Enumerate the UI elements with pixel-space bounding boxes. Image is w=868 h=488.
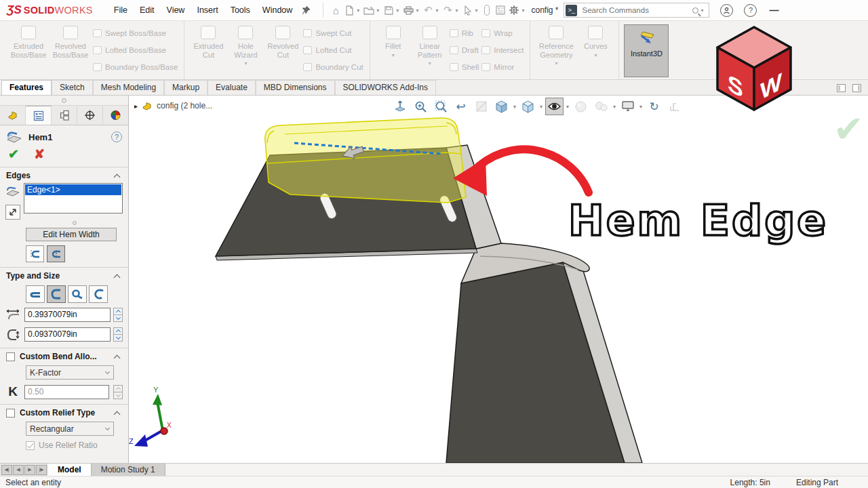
undo-dropdown-caret[interactable]: ▾ <box>435 7 438 14</box>
edge-list-box[interactable]: Edge<1> <box>24 183 123 214</box>
boundary-boss-base-button[interactable]: Boundary Boss/Base <box>93 60 178 75</box>
collapse-chevron-icon[interactable] <box>114 174 121 180</box>
collapse-pane-icon[interactable] <box>837 84 846 92</box>
apply-scene-button[interactable] <box>592 98 610 115</box>
custom-relief-checkbox[interactable] <box>6 409 15 418</box>
display-style-button[interactable] <box>519 98 537 115</box>
hem-preview-highlight[interactable] <box>265 118 466 203</box>
closed-hem-button[interactable] <box>26 285 45 303</box>
select-cursor-icon[interactable] <box>460 3 474 17</box>
spin-down-icon[interactable] <box>113 315 123 322</box>
rotate-view-button[interactable]: ↻ <box>645 98 663 115</box>
menu-window[interactable]: Window <box>256 3 298 18</box>
zoom-in-out-button[interactable] <box>431 98 450 115</box>
reference-geometry-caret[interactable]: ▾ <box>555 60 557 66</box>
save-icon[interactable] <box>382 3 395 17</box>
bend-outside-toggle[interactable] <box>47 245 65 262</box>
lofted-boss-base-button[interactable]: Lofted Boss/Base <box>93 43 178 58</box>
pin-menu-icon[interactable] <box>301 5 311 15</box>
open-dropdown-caret[interactable]: ▾ <box>376 7 379 14</box>
confirmation-corner-check-icon[interactable]: ✔ <box>833 108 864 150</box>
first-tab-button[interactable]: ◀| <box>1 465 12 475</box>
open-hem-button[interactable] <box>47 285 66 303</box>
menu-insert[interactable]: Insert <box>191 3 224 18</box>
home-icon[interactable]: ⌂ <box>329 3 342 17</box>
new-document-icon[interactable] <box>342 3 356 17</box>
revolved-cut-button[interactable]: Revolved Cut <box>264 24 302 59</box>
curves-button[interactable]: Curves▾ <box>577 24 614 58</box>
magnet-toggle-icon[interactable] <box>480 3 494 17</box>
hem-gap-input[interactable]: 0.09370079in <box>24 327 111 342</box>
relief-type-dropdown[interactable]: Rectangular <box>26 422 114 436</box>
feature-help-icon[interactable]: ? <box>111 131 122 142</box>
rolled-hem-button[interactable] <box>89 285 108 303</box>
section-view-button[interactable] <box>472 98 490 115</box>
view-orientation-caret[interactable]: ▾ <box>513 104 516 110</box>
ok-button[interactable]: ✔ <box>8 148 19 161</box>
motion-study-tab[interactable]: Motion Study 1 <box>92 464 165 476</box>
bend-method-dropdown[interactable]: K-Factor <box>26 365 114 380</box>
dimxpert-manager-tab[interactable] <box>77 106 103 125</box>
type-size-header[interactable]: Type and Size <box>0 268 128 283</box>
breadcrumb[interactable]: ▸ config (2 hole... <box>134 101 212 110</box>
view-orientation-button[interactable] <box>492 98 511 115</box>
account-icon[interactable] <box>720 4 733 17</box>
tab-mesh-modeling[interactable]: Mesh Modeling <box>93 80 164 95</box>
new-dropdown-caret[interactable]: ▾ <box>357 7 359 14</box>
extruded-boss-base-button[interactable]: Extruded Boss/Base <box>7 24 50 59</box>
feature-tree-expander-icon[interactable]: ▸ <box>134 102 138 110</box>
edit-appearance-button[interactable] <box>572 98 590 115</box>
extruded-cut-button[interactable]: Extruded Cut <box>189 24 227 59</box>
help-icon[interactable]: ? <box>744 4 757 17</box>
intersect-button[interactable]: Intersect <box>481 43 524 58</box>
mirror-button[interactable]: Mirror <box>481 60 524 75</box>
custom-bend-checkbox[interactable] <box>6 352 15 361</box>
hole-wizard-caret[interactable]: ▾ <box>244 60 247 66</box>
menu-view[interactable]: View <box>161 3 191 18</box>
collapse-chevron-icon[interactable] <box>114 274 121 281</box>
k-factor-input[interactable]: 0.50 <box>24 385 109 399</box>
tab-features[interactable]: Features <box>1 80 52 95</box>
minimize-button[interactable]: — <box>769 5 778 16</box>
spin-up-icon[interactable] <box>113 308 123 315</box>
tab-solidworks-addins[interactable]: SOLIDWORKS Add-Ins <box>335 80 436 95</box>
apply-scene-caret[interactable]: ▾ <box>613 104 616 110</box>
spin-up-icon[interactable] <box>113 327 123 335</box>
tab-sketch[interactable]: Sketch <box>52 80 93 95</box>
search-input[interactable] <box>580 5 691 15</box>
custom-bend-header[interactable]: Custom Bend Allo... <box>0 348 128 364</box>
open-document-icon[interactable] <box>362 3 376 17</box>
featuremanager-tree-tab[interactable] <box>0 106 26 125</box>
hem-gap-spinner[interactable] <box>113 327 123 342</box>
hide-show-items-button[interactable] <box>545 98 564 115</box>
swept-boss-base-button[interactable]: Swept Boss/Base <box>93 26 178 41</box>
teardrop-hem-button[interactable] <box>68 285 87 303</box>
hem-length-spinner[interactable] <box>113 308 123 322</box>
print-icon[interactable] <box>401 3 415 17</box>
hole-wizard-button[interactable]: Hole Wizard▾ <box>227 24 264 66</box>
curves-caret[interactable]: ▾ <box>594 52 597 58</box>
splitter-handle[interactable] <box>62 98 66 103</box>
use-relief-ratio-checkbox[interactable] <box>26 441 35 450</box>
tab-mbd-dimensions[interactable]: MBD Dimensions <box>256 80 335 95</box>
fillet-button[interactable]: Fillet▾ <box>375 24 412 58</box>
rib-button[interactable]: Rib <box>450 26 479 41</box>
redo-icon[interactable]: ↷ <box>441 3 454 17</box>
wrap-button[interactable]: Wrap <box>481 26 524 41</box>
previous-view-button[interactable]: ↩ <box>452 98 470 115</box>
displaymanager-tab[interactable] <box>103 106 128 125</box>
settings-dropdown-caret[interactable]: ▾ <box>521 7 524 14</box>
settings-gear-icon[interactable] <box>507 3 521 17</box>
search-icon[interactable] <box>692 7 698 14</box>
view-settings-button[interactable] <box>618 98 637 115</box>
revolved-boss-base-button[interactable]: Revolved Boss/Base <box>50 24 92 59</box>
graphics-viewport[interactable]: ▸ config (2 hole... ↩ ▾ ▾ ▾ ▾ ▾ ↻ <box>129 96 868 463</box>
menu-file[interactable]: File <box>108 3 134 18</box>
draft-button[interactable]: Draft <box>450 43 479 58</box>
edges-section-header[interactable]: Edges <box>0 167 128 183</box>
propertymanager-tab[interactable] <box>26 106 52 125</box>
collapse-chevron-icon[interactable] <box>114 411 121 418</box>
breadcrumb-label[interactable]: config (2 hole... <box>157 101 212 110</box>
zoom-to-area-button[interactable] <box>411 98 429 115</box>
last-tab-button[interactable]: |▶ <box>36 465 47 475</box>
